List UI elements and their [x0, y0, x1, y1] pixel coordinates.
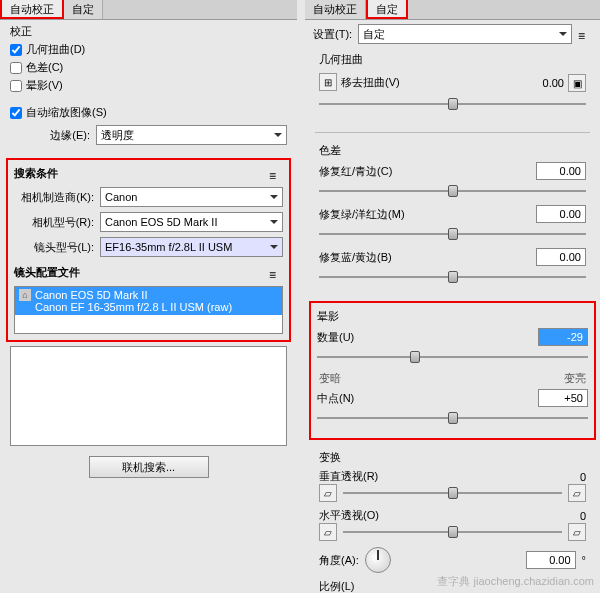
degree-label: ° [582, 554, 586, 566]
scale-label: 比例(L) [319, 579, 354, 593]
chk-geometric-distortion[interactable] [10, 44, 22, 56]
chk-autoscale[interactable] [10, 107, 22, 119]
tab-auto-correct-right[interactable]: 自动校正 [305, 0, 366, 19]
vpersp-bottom-icon[interactable]: ▱ [568, 484, 586, 502]
vignette-title: 晕影 [317, 309, 588, 324]
angle-label: 角度(A): [319, 553, 359, 568]
left-tabs: 自动校正 自定 [0, 0, 297, 20]
empty-list [10, 346, 287, 446]
home-icon: ⌂ [19, 289, 31, 301]
menu-icon[interactable] [578, 29, 592, 39]
tab-custom-right[interactable]: 自定 [366, 0, 408, 19]
profile-line1: Canon EOS 5D Mark II [35, 289, 232, 301]
lighter-label: 变亮 [564, 371, 586, 386]
search-criteria-group: 搜索条件 相机制造商(K): Canon 相机型号(R): Canon EOS … [6, 158, 291, 342]
chk-autoscale-label: 自动缩放图像(S) [26, 105, 107, 120]
model-label: 相机型号(R): [14, 215, 94, 230]
tab-auto-correct-left[interactable]: 自动校正 [0, 0, 64, 19]
fix-by-label: 修复蓝/黄边(B) [319, 250, 419, 265]
maker-dropdown[interactable]: Canon [100, 187, 283, 207]
lens-dropdown[interactable]: EF16-35mm f/2.8L II USM [100, 237, 283, 257]
grid-icon[interactable]: ⊞ [319, 73, 337, 91]
midpoint-slider[interactable] [317, 410, 588, 426]
hpersp-label: 水平透视(O) [319, 508, 379, 523]
fix-gm-value[interactable]: 0.00 [536, 205, 586, 223]
remove-distortion-label: 移去扭曲(V) [341, 75, 400, 90]
settings-dropdown[interactable]: 自定 [358, 24, 572, 44]
pincushion-icon[interactable]: ▣ [568, 74, 586, 92]
profile-line2: Canon EF 16-35mm f/2.8 L II USM (raw) [35, 301, 232, 313]
edge-dropdown[interactable]: 透明度 [96, 125, 287, 145]
search-online-button[interactable]: 联机搜索... [89, 456, 209, 478]
model-dropdown[interactable]: Canon EOS 5D Mark II [100, 212, 283, 232]
hpersp-value[interactable]: 0 [580, 510, 586, 522]
chk-vignette[interactable] [10, 80, 22, 92]
tab-custom-left[interactable]: 自定 [64, 0, 103, 19]
vignette-group: 晕影 数量(U)-29 变暗变亮 中点(N)+50 [309, 301, 596, 440]
chk-chromatic-label: 色差(C) [26, 60, 63, 75]
edge-label: 边缘(E): [10, 128, 90, 143]
amount-label: 数量(U) [317, 330, 417, 345]
profile-title: 镜头配置文件 [14, 265, 80, 280]
hpersp-right-icon[interactable]: ▱ [568, 523, 586, 541]
list-item[interactable]: ⌂ Canon EOS 5D Mark II Canon EF 16-35mm … [15, 287, 282, 315]
transform-title: 变换 [319, 450, 586, 465]
chk-geometric-label: 几何扭曲(D) [26, 42, 85, 57]
vpersp-value[interactable]: 0 [580, 471, 586, 483]
amount-value[interactable]: -29 [538, 328, 588, 346]
settings-label: 设置(T): [313, 27, 352, 42]
fix-gm-slider[interactable] [319, 226, 586, 242]
amount-slider[interactable] [317, 349, 588, 365]
correction-title: 校正 [10, 24, 287, 39]
fix-rc-label: 修复红/青边(C) [319, 164, 419, 179]
midpoint-label: 中点(N) [317, 391, 417, 406]
remove-distortion-value[interactable]: 0.00 [543, 77, 564, 89]
lens-label: 镜头型号(L): [14, 240, 94, 255]
menu-icon[interactable] [269, 169, 283, 179]
right-tabs: 自动校正 自定 [305, 0, 600, 20]
menu-icon[interactable] [269, 268, 283, 278]
hpersp-slider[interactable] [343, 524, 562, 540]
fix-rc-value[interactable]: 0.00 [536, 162, 586, 180]
geom-title: 几何扭曲 [319, 52, 586, 67]
fix-gm-label: 修复绿/洋红边(M) [319, 207, 419, 222]
chk-chromatic[interactable] [10, 62, 22, 74]
profile-list[interactable]: ⌂ Canon EOS 5D Mark II Canon EF 16-35mm … [14, 286, 283, 334]
vpersp-slider[interactable] [343, 485, 562, 501]
angle-dial[interactable] [365, 547, 391, 573]
fix-by-value[interactable]: 0.00 [536, 248, 586, 266]
fix-by-slider[interactable] [319, 269, 586, 285]
chk-vignette-label: 晕影(V) [26, 78, 63, 93]
midpoint-value[interactable]: +50 [538, 389, 588, 407]
darker-label: 变暗 [319, 371, 341, 386]
vpersp-top-icon[interactable]: ▱ [319, 484, 337, 502]
remove-distortion-slider[interactable] [319, 96, 586, 112]
angle-value[interactable]: 0.00 [526, 551, 576, 569]
hpersp-left-icon[interactable]: ▱ [319, 523, 337, 541]
vpersp-label: 垂直透视(R) [319, 469, 378, 484]
maker-label: 相机制造商(K): [14, 190, 94, 205]
chroma-title: 色差 [319, 143, 586, 158]
fix-rc-slider[interactable] [319, 183, 586, 199]
search-title: 搜索条件 [14, 166, 58, 181]
